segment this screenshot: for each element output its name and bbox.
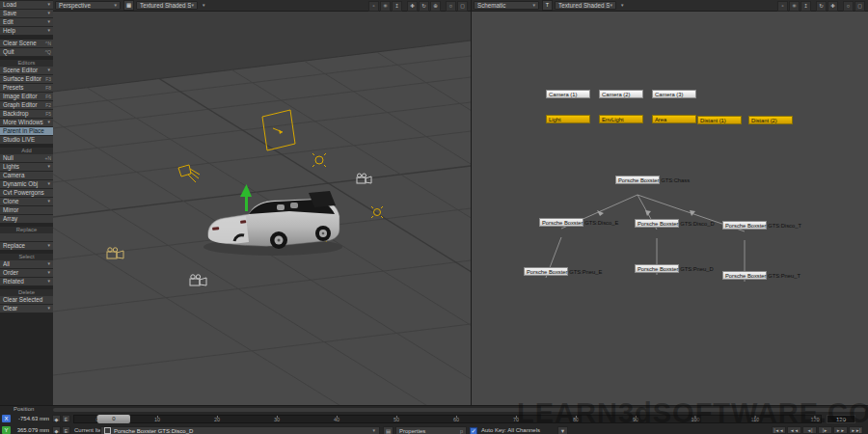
sidebar-item-camera[interactable]: Camera [0,172,53,180]
timeline-scrubber[interactable]: 0 [97,415,130,423]
sidebar-item-select-related[interactable]: Related▼ [0,278,53,286]
autokey-checkbox[interactable]: ✓ [470,427,477,434]
step-forward-button[interactable]: |► [818,426,832,434]
schematic-node-disco-e[interactable]: Porsche Boxster GTS:Disco_E [539,218,583,227]
sidebar-item-surface-editor[interactable]: Surface EditorF3 [0,75,53,84]
timeline[interactable]: 0 10 20 30 40 50 60 70 80 90 100 110 120 [73,415,822,423]
schematic-viewport[interactable]: Schematic▼ T Textured Shaded Solid▼ ▼ ▫ … [471,0,868,405]
go-to-end-button[interactable]: ►►| [849,426,863,434]
shade-mode-dropdown[interactable]: Textured Shaded Solid▼ [136,1,198,10]
sidebar-item-lights[interactable]: Lights▼ [0,163,53,172]
position-x-value[interactable]: -754.63 mm [11,416,49,421]
sidebar-item-graph-editor[interactable]: Graph EditorF2 [0,101,53,110]
mini-slider-button[interactable]: ◆ [52,426,61,434]
schematic-node-camera-3[interactable]: Camera (3) [652,90,696,98]
options-gear-icon[interactable]: ✳ [789,1,800,12]
envelope-button[interactable]: E [62,426,70,434]
magnify-icon[interactable]: ○ [843,1,854,12]
schematic-node-pneu-t[interactable]: Porsche Boxster GTS:Pneu_T [722,271,767,280]
sidebar-item-clone[interactable]: Clone▼ [0,198,53,206]
maximize-icon[interactable]: ◻ [457,1,468,12]
layout-icon[interactable]: ▫ [777,1,788,12]
sidebar-item-load[interactable]: Load▼ [0,1,53,10]
sidebar-item-cvt-powergons[interactable]: Cvt Powergons [0,189,53,198]
pan-icon[interactable]: ✚ [407,1,418,12]
schematic-node-envlight[interactable]: EnvLight [599,115,643,123]
position-y-value[interactable]: 365.079 mm [11,427,49,433]
next-key-button[interactable]: ►► [833,426,848,434]
sidebar-item-image-editor[interactable]: Image EditorF6 [0,93,53,101]
rotate-icon[interactable]: ↻ [816,1,827,12]
shade-mode-dropdown[interactable]: Textured Shaded Solid▼ [555,1,616,10]
schematic-node-pneu-d[interactable]: Porsche Boxster GTS:Pneu_D [635,264,679,273]
frame-range-slider[interactable] [53,408,866,412]
autokey-label[interactable]: Auto Key: All Channels [481,427,540,433]
point-light-gizmo[interactable] [371,206,383,218]
schematic-node-distant-2[interactable]: Distant (2) [748,116,793,124]
area-light-gizmo[interactable] [262,110,295,150]
sidebar-item-null[interactable]: Null+N [0,154,53,163]
magnify-icon[interactable]: ○ [446,1,456,12]
autokey-dropdown-arrow[interactable]: ▼ [557,426,568,434]
layout-icon[interactable]: ▫ [368,1,379,12]
axis-y-badge[interactable]: Y [2,426,11,434]
sidebar-item-array[interactable]: Array [0,215,53,224]
pan-icon[interactable]: ✚ [827,1,838,12]
rotate-icon[interactable]: ↻ [419,1,429,12]
car-model[interactable] [203,191,342,256]
camera-gizmo[interactable] [107,248,123,258]
sidebar-item-clear-selected[interactable]: Clear Selected [0,296,53,305]
sidebar-item-mirror[interactable]: Mirror [0,206,53,215]
sidebar-item-clear-scene[interactable]: Clear Scene^N [0,40,53,48]
sidebar-item-backdrop[interactable]: BackdropF5 [0,110,53,119]
options-gear-icon[interactable]: ✳ [380,1,391,12]
schematic-node-camera-1[interactable]: Camera (1) [546,90,590,98]
chevron-down-icon[interactable]: ▼ [620,3,624,8]
scene-canvas[interactable] [53,11,471,405]
sidebar-item-quit[interactable]: Quit^Q [0,48,53,57]
sidebar-item-blank[interactable] [0,233,53,242]
sidebar-item-scene-editor[interactable]: Scene Editor▼ [0,67,53,75]
item-list-button[interactable]: ▤ [383,426,393,434]
view-type-dropdown[interactable]: Perspective▼ [55,1,121,10]
current-item-dropdown[interactable]: Porsche Boxster GTS:Disco_D ▼ [100,426,380,434]
schematic-node-pneu-e[interactable]: Porsche Boxster GTS:Pneu_E [524,267,568,276]
schematic-node-chassis[interactable]: Porsche Boxster GTS:Chass [615,176,660,184]
export-icon[interactable]: ↥ [800,1,811,12]
schematic-node-distant-1[interactable]: Distant (1) [697,116,742,124]
go-to-start-button[interactable]: |◄◄ [772,426,786,434]
perspective-viewport[interactable]: Perspective▼ ▦ Textured Shaded Solid▼ ▼ … [53,0,471,405]
schematic-node-disco-t[interactable]: Porsche Boxster GTS:Disco_T [722,221,767,230]
sidebar-item-more-windows[interactable]: More Windows▼ [0,119,53,127]
envelope-button[interactable]: E [62,415,70,422]
schematic-node-camera-2[interactable]: Camera (2) [599,90,643,98]
sidebar-item-dynamic-obj[interactable]: Dynamic Obj▼ [0,180,53,189]
export-icon[interactable]: ↥ [392,1,402,12]
sidebar-item-select-order[interactable]: Order▼ [0,269,53,278]
sidebar-item-parent-in-place[interactable]: Parent in Place [0,127,53,136]
sidebar-item-replace[interactable]: Replace▼ [0,242,53,251]
chevron-down-icon[interactable]: ▼ [202,3,205,8]
schematic-node-area[interactable]: Area [652,115,696,123]
mini-slider-button[interactable]: ◆ [52,415,61,422]
sidebar-item-studio-live[interactable]: Studio LIVE [0,136,53,145]
schematic-node-light[interactable]: Light [546,115,590,123]
schematic-node-disco-d[interactable]: Porsche Boxster GTS:Disco_D [635,219,679,228]
sidebar-item-save[interactable]: Save▼ [0,10,53,18]
prev-key-button[interactable]: ◄◄ [787,426,801,434]
maximize-icon[interactable]: ◻ [854,1,865,12]
point-light-gizmo[interactable] [312,153,326,167]
sidebar-item-help[interactable]: Help▼ [0,27,53,36]
sidebar-item-select-all[interactable]: All▼ [0,260,53,269]
zoom-icon[interactable]: ⊕ [430,1,441,12]
end-frame-field[interactable]: 120 [827,415,855,423]
axis-x-badge[interactable]: X [2,415,11,422]
sidebar-item-clear[interactable]: Clear▼ [0,305,53,313]
step-back-button[interactable]: ◄| [802,426,817,434]
properties-button[interactable]: Properties p [395,426,467,434]
camera-gizmo[interactable] [190,275,206,285]
sidebar-item-presets[interactable]: PresetsF8 [0,84,53,93]
spotlight-gizmo[interactable] [178,165,200,182]
view-type-dropdown[interactable]: Schematic▼ [474,1,539,10]
sidebar-item-edit[interactable]: Edit▼ [0,18,53,27]
